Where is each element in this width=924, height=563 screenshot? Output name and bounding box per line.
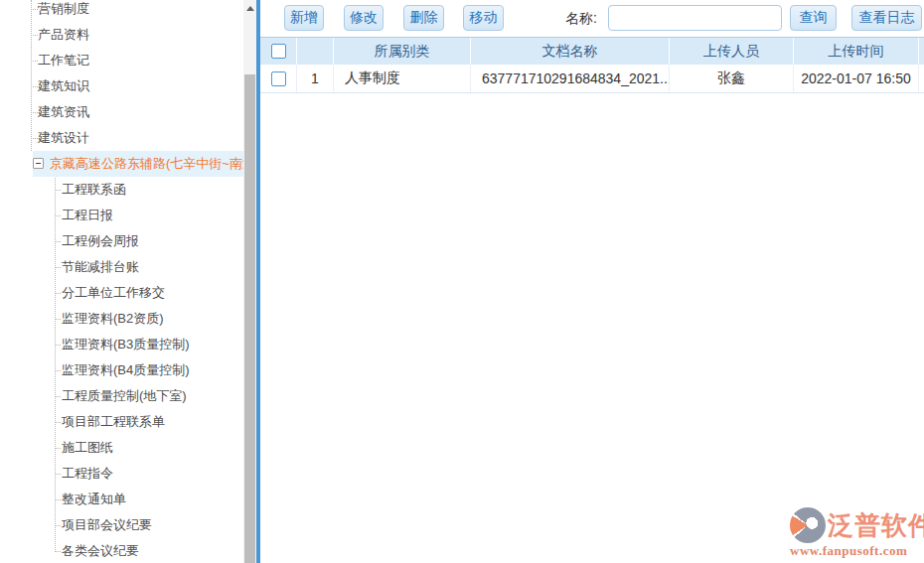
name-filter-input[interactable] [608,5,782,31]
move-button[interactable]: 移动 [463,5,504,31]
vendor-url-text: www.fanpusoft.com [790,543,921,559]
document-management-screen: 营销制度 产品资料 工作笔记 建筑知识 建筑资讯 建筑设计 京藏高速公路东辅路(… [0,0,924,563]
row-doc-name[interactable]: 637771710291684834_2021... [471,65,670,92]
table-header-row: 所属别类 文档名称 上传人员 上传时间 [260,37,924,65]
tree-item[interactable]: 项目部会议纪要 [0,512,257,538]
header-uploader: 上传人员 [670,38,794,65]
row-category: 人事制度 [334,65,471,92]
tree-item-project-selected[interactable]: 京藏高速公路东辅路(七辛中街~南沿) [0,151,257,177]
tree-item[interactable]: 节能减排台账 [0,254,257,280]
tree-item[interactable]: 工程质量控制(地下室) [0,383,257,409]
name-filter-label: 名称: [565,0,597,37]
tree-item[interactable]: 工程指令 [0,461,257,487]
view-log-button[interactable]: 查看日志 [851,5,922,31]
row-index: 1 [297,65,334,92]
row-filler-cell [919,65,924,92]
tree-item[interactable]: 整改通知单 [0,487,257,512]
delete-button[interactable]: 删除 [403,5,444,31]
collapse-minus-icon[interactable] [33,158,44,169]
row-checkbox[interactable] [271,71,286,86]
add-button[interactable]: 新增 [284,5,324,31]
tree-item[interactable]: 建筑资讯 [0,99,257,125]
tree-item[interactable]: 工作笔记 [0,48,257,73]
tree-item-label: 京藏高速公路东辅路(七辛中街~南沿) [50,156,257,171]
tree-item[interactable]: 监理资料(B4质量控制) [0,357,257,383]
tree-item[interactable]: 各类会议纪要 [0,538,257,563]
tree-item[interactable]: 监理资料(B2资质) [0,306,257,332]
scroll-up-arrow-icon[interactable] [243,0,256,16]
scrollbar-thumb[interactable] [244,74,255,563]
select-all-checkbox[interactable] [271,44,286,59]
tree-item[interactable]: 项目部工程联系单 [0,409,257,435]
query-button[interactable]: 查询 [790,5,837,31]
header-checkbox-cell [260,38,297,65]
vendor-brand-text: 泛普软件 [828,508,924,543]
tree-item[interactable]: 工程日报 [0,203,257,228]
row-uploader: 张鑫 [670,65,794,92]
table-row[interactable]: 1 人事制度 637771710291684834_2021... 张鑫 202… [260,65,924,93]
tree-item[interactable]: 建筑设计 [0,125,257,151]
header-category: 所属别类 [334,38,471,65]
tree-item[interactable]: 产品资料 [0,22,257,48]
header-upload-time: 上传时间 [794,38,919,65]
tree-item[interactable]: 施工图纸 [0,435,257,461]
header-filler-cell [919,38,924,65]
tree-item[interactable]: 建筑知识 [0,73,257,99]
row-checkbox-cell [260,65,297,92]
tree-item[interactable]: 监理资料(B3质量控制) [0,332,257,357]
row-upload-time: 2022-01-07 16:50 [794,65,919,92]
category-tree-sidebar: 营销制度 产品资料 工作笔记 建筑知识 建筑资讯 建筑设计 京藏高速公路东辅路(… [0,0,257,563]
documents-table: 所属别类 文档名称 上传人员 上传时间 1 人事制度 6377717102916… [260,37,924,93]
header-doc-name: 文档名称 [471,38,670,65]
vendor-watermark: 泛普软件 www.fanpusoft.com [790,507,921,559]
sidebar-scrollbar[interactable] [243,0,256,563]
tree-item[interactable]: 营销制度 [0,0,257,22]
tree-item[interactable]: 分工单位工作移交 [0,280,257,306]
fanpu-logo-icon [790,507,826,543]
tree-item[interactable]: 工程联系函 [0,177,257,203]
modify-button[interactable]: 修改 [344,5,384,31]
header-index-cell [297,38,334,65]
toolbar: 新增 修改 删除 移动 名称: 查询 查看日志 [260,0,924,37]
category-tree: 营销制度 产品资料 工作笔记 建筑知识 建筑资讯 建筑设计 京藏高速公路东辅路(… [0,0,257,563]
main-panel: 新增 修改 删除 移动 名称: 查询 查看日志 所属别类 文档名称 上传人员 上… [260,0,924,563]
tree-item[interactable]: 工程例会周报 [0,228,257,254]
